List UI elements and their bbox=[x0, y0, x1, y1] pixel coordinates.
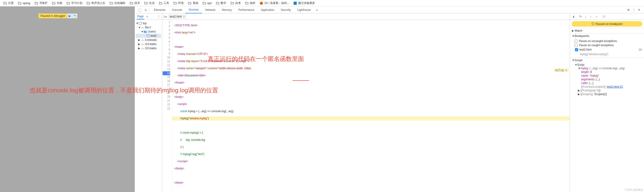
tab-console[interactable]: Console bbox=[169, 6, 185, 13]
folder-icon bbox=[173, 1, 177, 5]
folder-icon bbox=[159, 1, 162, 5]
bookmark-item[interactable]: 数学 bbox=[214, 0, 228, 6]
bookmark-item[interactable]: 在线编程 bbox=[108, 0, 127, 6]
function-location-link[interactable]: test2.html:13 bbox=[607, 85, 623, 88]
folder-icon bbox=[18, 1, 22, 5]
cloud-icon bbox=[141, 47, 144, 49]
bookmark-item[interactable]: 23｜热更新：如何... bbox=[258, 0, 291, 6]
annotation-2: 也就是conosle.log被调用的位置，不是我们期待的mylog.log调用的… bbox=[30, 86, 218, 95]
settings-icon[interactable]: ⚙ bbox=[627, 8, 630, 11]
kebab-icon[interactable]: ⋮ bbox=[157, 15, 160, 18]
tab-lighthouse[interactable]: Lighthouse bbox=[294, 6, 314, 13]
pause-caught-checkbox[interactable]: Pause on caught exceptions bbox=[574, 43, 642, 47]
bookmark-item[interactable]: 学习计划 bbox=[64, 0, 84, 6]
tree-test2[interactable]: test2 bbox=[136, 34, 161, 38]
folder-icon bbox=[86, 1, 90, 5]
annotation-underline bbox=[292, 80, 309, 81]
folder-icon bbox=[202, 1, 206, 5]
cloud-icon bbox=[141, 43, 144, 45]
bookmark-item[interactable]: 工具 bbox=[157, 0, 171, 6]
step-out-icon[interactable]: ↑ bbox=[590, 15, 592, 18]
devtools-panel: ⬚ ⎚ Elements Console Sources Network Mem… bbox=[135, 6, 644, 192]
tab-memory[interactable]: Memory bbox=[218, 6, 235, 13]
step-icon[interactable]: → bbox=[595, 15, 598, 18]
bookmark-item[interactable]: 建立传输通道 bbox=[292, 0, 317, 6]
editor-tab[interactable]: test2.html× bbox=[168, 14, 187, 19]
paused-label: Paused in debugger bbox=[39, 14, 67, 18]
resume-button[interactable]: ▶ bbox=[67, 14, 72, 18]
tree-users[interactable]: ▼Users/ bbox=[136, 29, 161, 34]
step-over-icon[interactable]: ↷ bbox=[579, 15, 582, 18]
inspect-icon[interactable]: ⬚ bbox=[136, 8, 143, 12]
bookmark-item[interactable]: 书签栏 bbox=[32, 0, 50, 6]
tree-top[interactable]: ▼top bbox=[136, 21, 161, 25]
folder-icon bbox=[110, 1, 113, 5]
line-gutter: 1234567891011121314151617181920212223 bbox=[162, 20, 172, 192]
watch-section[interactable]: ▶Watch bbox=[570, 28, 644, 33]
nav-tab-page[interactable]: Page bbox=[137, 14, 144, 19]
bookmark-item[interactable]: 临时 bbox=[243, 0, 257, 6]
bookmark-item[interactable]: 全栈 bbox=[50, 0, 64, 6]
breakpoints-section[interactable]: ▼Breakpoints bbox=[570, 33, 644, 39]
deactivate-bp-icon[interactable]: ⬭ bbox=[602, 14, 605, 18]
step-into-icon[interactable]: ↓ bbox=[585, 15, 587, 18]
scope-mylog[interactable]: ▼ mylog: (...arg) => console.log(...arg) bbox=[574, 67, 642, 70]
close-icon[interactable]: × bbox=[183, 15, 185, 18]
close-icon[interactable]: ✕ bbox=[638, 8, 640, 11]
cloud-icon bbox=[141, 39, 144, 41]
step-button[interactable]: ↷ bbox=[72, 14, 77, 18]
tab-performance[interactable]: Performance bbox=[235, 6, 258, 13]
navigator-pane: Page » ⋮ ▼top ▼file:// ▼Users/ test2 ▶b.… bbox=[135, 13, 162, 192]
paused-in-debugger-bar: Paused in debugger ▶ ↷ bbox=[38, 13, 78, 18]
file-tree: ▼top ▼file:// ▼Users/ test2 ▶b.bdstatic … bbox=[135, 20, 162, 52]
bookmark-item[interactable]: 自考 bbox=[228, 0, 243, 6]
bookmark-item[interactable]: xpeng bbox=[16, 1, 32, 6]
bookmarks-bar: 百度 xpeng 书签栏 全栈 学习计划 程序员人生 在线编程 技术 生活 工具… bbox=[0, 0, 644, 6]
bookmark-item[interactable]: vpn bbox=[200, 1, 214, 6]
circle-icon bbox=[260, 1, 263, 5]
annotation-1: 真正运行的代码在一个匿名函数里面 bbox=[208, 55, 304, 63]
folder-icon bbox=[66, 1, 70, 5]
kebab-icon[interactable]: ⋮ bbox=[632, 8, 635, 11]
tab-application[interactable]: Application bbox=[258, 6, 278, 13]
debugger-sidebar: ⏵ ↷ ↓ ↑ → ⬭ ⓘPaused on breakpoint ▶Watch… bbox=[570, 13, 644, 192]
tree-file[interactable]: ▼file:// bbox=[136, 25, 161, 29]
tab-network[interactable]: Network bbox=[202, 6, 218, 13]
tree-t15[interactable]: ▶t15.baidu bbox=[136, 46, 161, 50]
watermark: CSDN @陆康永 bbox=[625, 188, 643, 192]
tab-sources[interactable]: Sources bbox=[185, 6, 202, 13]
info-icon: ⓘ bbox=[592, 22, 594, 26]
folder-icon bbox=[130, 1, 133, 5]
tree-bd[interactable]: ▶b.bdstatic bbox=[136, 38, 161, 42]
folder-icon bbox=[3, 1, 7, 5]
device-icon[interactable]: ⎚ bbox=[143, 8, 148, 12]
scope-script[interactable]: ▼ Script bbox=[574, 63, 642, 67]
tree-t14[interactable]: ▶t14.baidu bbox=[136, 42, 161, 46]
scope-section[interactable]: ▼Scope bbox=[570, 58, 644, 63]
tab-security[interactable]: Security bbox=[278, 6, 294, 13]
breakpoint-item[interactable]: test2.html14 bbox=[574, 47, 642, 52]
svg-rect-1 bbox=[294, 2, 296, 5]
bookmark-item[interactable]: 生活 bbox=[142, 0, 156, 6]
tab-elements[interactable]: Elements bbox=[150, 6, 169, 13]
folder-icon bbox=[245, 1, 249, 5]
folder-icon bbox=[230, 1, 234, 5]
folder-icon bbox=[144, 1, 148, 5]
paused-on-breakpoint-badge: ⓘPaused on breakpoint bbox=[572, 21, 642, 26]
bookmark-item[interactable]: 技术 bbox=[128, 0, 142, 6]
pause-uncaught-checkbox[interactable]: Pause on uncaught exceptions bbox=[574, 39, 642, 43]
svg-rect-3 bbox=[147, 35, 149, 37]
devtools-tabs: ⬚ ⎚ Elements Console Sources Network Mem… bbox=[135, 6, 644, 13]
sidebar-toggle-icon[interactable]: ▯◂ bbox=[164, 15, 166, 18]
code-area[interactable]: <!DOCTYPE html> <html lang="en"> <head> … bbox=[172, 20, 570, 192]
bookmark-item[interactable]: 百度 bbox=[2, 0, 16, 6]
folder-icon bbox=[52, 1, 56, 5]
bookmark-item[interactable]: 资源 bbox=[186, 0, 200, 6]
bookmark-item[interactable]: 程序员人生 bbox=[85, 0, 107, 6]
bookmark-item[interactable]: 环境 bbox=[172, 0, 186, 6]
square-icon bbox=[293, 1, 297, 5]
more-tabs-icon[interactable]: » bbox=[314, 8, 320, 12]
more-icon[interactable]: » bbox=[146, 15, 148, 18]
resume-icon[interactable]: ⏵ bbox=[572, 14, 576, 18]
folder-icon bbox=[34, 1, 38, 5]
